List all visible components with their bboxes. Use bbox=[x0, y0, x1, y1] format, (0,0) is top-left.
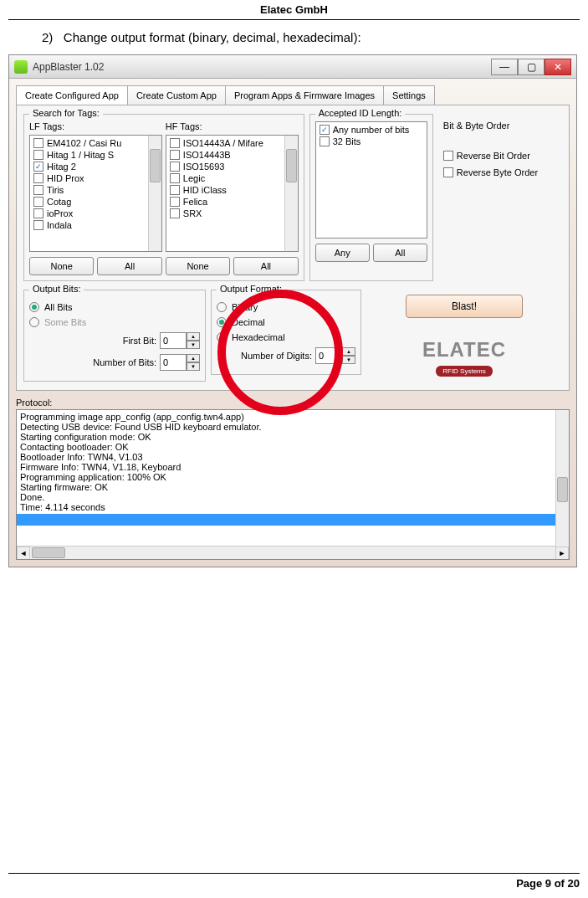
lf-all-button[interactable]: All bbox=[97, 257, 161, 275]
spin-up-icon[interactable]: ▲ bbox=[342, 347, 355, 356]
group-accepted-id-length: Accepted ID Length: ✓Any number of bits3… bbox=[309, 114, 433, 281]
group-search-for-tags: Search for Tags: LF Tags: EM4102 / Casi … bbox=[23, 114, 304, 281]
reverse-bit-order-checkbox[interactable]: Reverse Bit Order bbox=[443, 151, 557, 161]
instruction-step: 2) Change output format (binary, decimal… bbox=[0, 20, 588, 54]
protocol-line: Programming image app_config (app_config… bbox=[20, 412, 565, 422]
lf-tags-list[interactable]: EM4102 / Casi RuHitag 1 / Hitag S✓Hitag … bbox=[29, 135, 162, 252]
scrollbar[interactable] bbox=[148, 136, 161, 251]
scrollbar[interactable] bbox=[555, 410, 569, 559]
list-item-label: Hitag 1 / Hitag S bbox=[47, 150, 114, 160]
protocol-line: Programming application: 100% OK bbox=[20, 472, 565, 482]
list-item[interactable]: SRX bbox=[166, 208, 298, 219]
list-item-label: Legic bbox=[183, 173, 205, 183]
list-item[interactable]: ISO14443B bbox=[166, 149, 298, 161]
first-bit-input[interactable] bbox=[160, 332, 187, 349]
radio-label: Some Bits bbox=[44, 317, 86, 327]
spin-down-icon[interactable]: ▼ bbox=[187, 362, 200, 371]
checkbox-icon bbox=[320, 136, 330, 146]
checkbox-icon bbox=[33, 197, 43, 207]
group-title: Bit & Byte Order bbox=[443, 121, 557, 131]
elatec-logo: ELATEC RFID Systems bbox=[422, 338, 506, 377]
spin-up-icon[interactable]: ▲ bbox=[187, 354, 200, 362]
checkbox-icon bbox=[170, 197, 180, 207]
step-text: Change output format (binary, decimal, h… bbox=[64, 30, 361, 44]
hf-tags-label: HF Tags: bbox=[166, 121, 299, 131]
checkbox-icon bbox=[443, 151, 453, 161]
checkbox-icon bbox=[170, 138, 180, 148]
scrollbar-horizontal[interactable]: ◄ ► bbox=[17, 546, 555, 559]
first-bit-spinner[interactable]: ▲▼ bbox=[160, 332, 200, 349]
checkbox-icon bbox=[33, 138, 43, 148]
radio-label: Hexadecimal bbox=[232, 332, 285, 342]
accepted-any-button[interactable]: Any bbox=[315, 244, 370, 262]
client-area: Create Configured App Create Custom App … bbox=[9, 79, 576, 567]
close-button[interactable]: ✕ bbox=[545, 59, 571, 75]
list-item-label: 32 Bits bbox=[333, 136, 361, 146]
spin-up-icon[interactable]: ▲ bbox=[187, 332, 200, 341]
list-item-label: Cotag bbox=[47, 197, 71, 207]
doc-footer: Page 9 of 20 bbox=[8, 873, 580, 890]
list-item[interactable]: Hitag 1 / Hitag S bbox=[30, 149, 161, 161]
list-item[interactable]: ISO15693 bbox=[166, 161, 298, 172]
blast-button[interactable]: Blast! bbox=[406, 295, 523, 318]
scrollbar[interactable] bbox=[284, 136, 298, 251]
list-item[interactable]: HID iClass bbox=[166, 184, 298, 196]
spin-down-icon[interactable]: ▼ bbox=[342, 356, 355, 364]
list-item-label: Any number of bits bbox=[333, 125, 410, 135]
radio-decimal[interactable]: Decimal bbox=[217, 317, 355, 327]
radio-all-bits[interactable]: All Bits bbox=[29, 302, 200, 312]
radio-binary[interactable]: Binary bbox=[217, 302, 355, 312]
hf-all-button[interactable]: All bbox=[233, 257, 298, 275]
list-item[interactable]: ISO14443A / Mifare bbox=[166, 137, 298, 149]
radio-icon bbox=[217, 302, 227, 312]
radio-some-bits[interactable]: Some Bits bbox=[29, 317, 200, 327]
list-item-label: SRX bbox=[183, 208, 202, 218]
titlebar[interactable]: AppBlaster 1.02 — ▢ ✕ bbox=[9, 55, 576, 79]
minimize-button[interactable]: — bbox=[491, 59, 518, 75]
scroll-left-icon[interactable]: ◄ bbox=[17, 546, 30, 560]
tab-program-apps-firmware[interactable]: Program Apps & Firmware Images bbox=[225, 85, 384, 105]
lf-tags-label: LF Tags: bbox=[29, 121, 162, 131]
list-item-label: HID iClass bbox=[183, 185, 227, 195]
lf-none-button[interactable]: None bbox=[29, 257, 94, 275]
number-of-bits-spinner[interactable]: ▲▼ bbox=[160, 354, 200, 371]
first-bit-label: First Bit: bbox=[123, 336, 156, 346]
list-item[interactable]: Felica bbox=[166, 196, 298, 208]
spin-down-icon[interactable]: ▼ bbox=[187, 341, 200, 349]
number-of-digits-spinner[interactable]: ▲▼ bbox=[315, 347, 355, 364]
group-title: Search for Tags: bbox=[29, 108, 103, 118]
list-item[interactable]: ✓Hitag 2 bbox=[30, 161, 161, 172]
hf-none-button[interactable]: None bbox=[166, 257, 230, 275]
list-item[interactable]: HID Prox bbox=[30, 172, 161, 184]
list-item[interactable]: EM4102 / Casi Ru bbox=[30, 137, 161, 149]
tab-settings[interactable]: Settings bbox=[383, 85, 435, 105]
number-of-digits-input[interactable] bbox=[315, 347, 342, 364]
accepted-id-list[interactable]: ✓Any number of bits32 Bits bbox=[315, 121, 427, 239]
radio-icon bbox=[217, 332, 227, 342]
checkbox-icon: ✓ bbox=[320, 125, 330, 135]
step-number: 2) bbox=[42, 30, 53, 44]
radio-label: All Bits bbox=[44, 302, 73, 312]
protocol-textbox[interactable]: Programming image app_config (app_config… bbox=[16, 409, 570, 560]
number-of-bits-input[interactable] bbox=[160, 354, 187, 371]
list-item[interactable]: Cotag bbox=[30, 196, 161, 208]
reverse-byte-order-checkbox[interactable]: Reverse Byte Order bbox=[443, 167, 557, 177]
list-item[interactable]: 32 Bits bbox=[316, 136, 427, 147]
tab-create-configured-app[interactable]: Create Configured App bbox=[16, 85, 128, 105]
tab-create-custom-app[interactable]: Create Custom App bbox=[127, 85, 226, 105]
accepted-all-button[interactable]: All bbox=[373, 244, 427, 262]
checkbox-icon bbox=[170, 150, 180, 160]
checkbox-icon bbox=[33, 220, 43, 230]
list-item[interactable]: ✓Any number of bits bbox=[316, 124, 427, 136]
hf-tags-list[interactable]: ISO14443A / MifareISO14443BISO15693Legic… bbox=[166, 135, 299, 252]
logo-subtitle: RFID Systems bbox=[436, 366, 493, 377]
list-item[interactable]: Indala bbox=[30, 219, 161, 231]
list-item[interactable]: Tiris bbox=[30, 184, 161, 196]
radio-hexadecimal[interactable]: Hexadecimal bbox=[217, 332, 355, 342]
list-item-label: HID Prox bbox=[47, 173, 84, 183]
scroll-right-icon[interactable]: ► bbox=[555, 546, 569, 560]
tab-content: Search for Tags: LF Tags: EM4102 / Casi … bbox=[16, 105, 570, 391]
list-item[interactable]: ioProx bbox=[30, 208, 161, 219]
list-item[interactable]: Legic bbox=[166, 172, 298, 184]
maximize-button[interactable]: ▢ bbox=[518, 59, 545, 75]
